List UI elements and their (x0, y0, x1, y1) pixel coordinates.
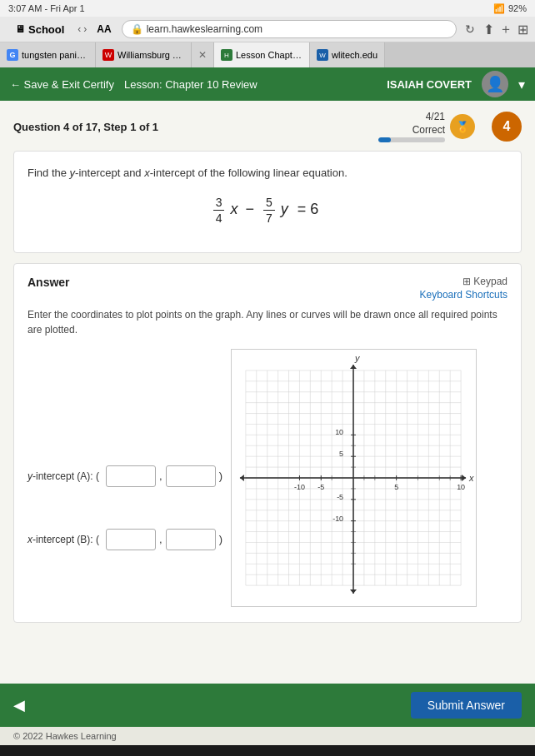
svg-text:-5: -5 (337, 493, 343, 501)
fraction-1: 3 4 (213, 195, 225, 226)
tab-wlitech[interactable]: W wlitech.edu (310, 42, 385, 67)
keyboard-shortcuts-link[interactable]: Keyboard Shortcuts (420, 289, 508, 301)
keypad-button[interactable]: ⊞ Keypad (462, 276, 508, 287)
progress-area: 4/21 Correct (378, 111, 445, 142)
progress-fraction: 4/21 (426, 111, 445, 122)
question-header: Question 4 of 17, Step 1 of 1 4/21 Corre… (13, 111, 522, 142)
tab-tungsten-label: tungsten panic roo... (22, 50, 88, 60)
submit-answer-button[interactable]: Submit Answer (411, 692, 522, 719)
svg-text:-10: -10 (294, 483, 305, 491)
aa-label[interactable]: AA (92, 22, 116, 37)
status-right: 📶 92% (493, 3, 527, 14)
svg-text:y: y (354, 353, 360, 363)
progress-bar-fill (378, 137, 391, 142)
user-name: ISAIAH COVERT (387, 78, 472, 91)
denominator-2: 7 (263, 211, 275, 226)
denominator-1: 4 (213, 211, 225, 226)
status-time: 3:07 AM - Fri Apr 1 (8, 3, 85, 13)
answer-header: Answer ⊞ Keypad Keyboard Shortcuts (28, 276, 508, 301)
nav-arrows: ‹ › (78, 23, 87, 35)
add-tab-icon[interactable]: ＋ (499, 21, 512, 38)
x-intercept-row: x-intercept (B): ( , ) (28, 529, 222, 550)
tab-williamsburg-label: Williamsburg Techn... (118, 50, 184, 60)
graph-inputs-layout: y-intercept (A): ( , ) x-intercept (B): … (28, 349, 508, 610)
step-number: 🏅 (456, 121, 469, 133)
keypad-area: ⊞ Keypad Keyboard Shortcuts (420, 276, 508, 301)
url-bar[interactable]: 🔒 learn.hawkeslearning.com (122, 20, 457, 38)
url-text: learn.hawkeslearning.com (147, 23, 262, 35)
lesson-header: ← Save & Exit Certify Lesson: Chapter 10… (0, 67, 535, 101)
x-intercept-y-input[interactable] (166, 529, 216, 550)
reload-button[interactable]: ↻ (462, 22, 478, 36)
step-badge: 🏅 (450, 114, 475, 139)
browser-chrome: 🖥 School ‹ › AA 🔒 learn.hawkeslearning.c… (0, 17, 535, 42)
question-body: Find the y-intercept and x-intercept of … (13, 151, 522, 253)
svg-text:10: 10 (335, 428, 343, 436)
graph-container: x y -10 -5 5 10 10 5 -5 -10 (231, 349, 508, 610)
equation-display: 3 4 x − 5 7 y = 6 (28, 195, 508, 226)
tabs-icon[interactable]: ⊞ (518, 22, 528, 37)
school-tab[interactable]: 🖥 School (7, 20, 72, 38)
share-icon[interactable]: ⬆ (483, 22, 494, 37)
back-arrow[interactable]: ‹ (78, 23, 81, 35)
y-intercept-row: y-intercept (A): ( , ) (28, 465, 222, 487)
tabs-row: G tungsten panic roo... W Williamsburg T… (0, 42, 535, 67)
tab-williamsburg[interactable]: W Williamsburg Techn... (96, 42, 192, 67)
numerator-1: 3 (213, 195, 225, 211)
x-intercept-x-input[interactable] (106, 529, 156, 550)
y-intercept-x-input[interactable] (106, 465, 156, 487)
answer-section: Answer ⊞ Keypad Keyboard Shortcuts Enter… (13, 263, 522, 623)
wifi-icon: 📶 (493, 3, 505, 14)
svg-text:5: 5 (394, 483, 398, 491)
page-footer: ◀ Submit Answer (0, 684, 535, 727)
progress-label: Correct (412, 124, 445, 136)
y-intercept-label: y-intercept (A): ( (28, 470, 99, 482)
svg-text:-5: -5 (318, 483, 324, 491)
status-bar: 3:07 AM - Fri Apr 1 📶 92% (0, 0, 535, 17)
user-dropdown-icon[interactable]: ▾ (518, 77, 525, 92)
equation-rhs: = 6 (298, 201, 319, 217)
inputs-column: y-intercept (A): ( , ) x-intercept (B): … (28, 349, 222, 550)
school-label-text: School (28, 23, 64, 36)
back-arrow-button[interactable]: ◀ (13, 696, 25, 714)
tab-wlitech-label: wlitech.edu (332, 50, 378, 60)
main-content: Question 4 of 17, Step 1 of 1 4/21 Corre… (0, 101, 535, 684)
question-label: Question 4 of 17, Step 1 of 1 (13, 121, 158, 133)
status-left: 3:07 AM - Fri Apr 1 (8, 3, 85, 13)
answer-instruction: Enter the coordinates to plot points on … (28, 307, 508, 337)
coordinate-graph: x y -10 -5 5 10 10 5 -5 -10 (231, 349, 477, 607)
tab-lesson[interactable]: H Lesson Chapter 10... (214, 42, 310, 67)
question-text: Find the y-intercept and x-intercept of … (28, 165, 508, 182)
battery-label: 92% (508, 3, 527, 13)
tab-close[interactable]: ✕ (192, 42, 214, 67)
copyright-bar: © 2022 Hawkes Learning (0, 727, 535, 745)
svg-text:-10: -10 (332, 515, 343, 523)
forward-arrow[interactable]: › (83, 23, 87, 35)
score-circle: 4 (492, 112, 522, 142)
school-favicon: 🖥 (15, 23, 25, 35)
lesson-title: Lesson: Chapter 10 Review (124, 78, 377, 91)
svg-text:5: 5 (339, 450, 343, 458)
x-intercept-label: x-intercept (B): ( (28, 534, 99, 545)
progress-bar (378, 137, 445, 142)
y-intercept-y-input[interactable] (166, 465, 216, 487)
avatar: 👤 (482, 71, 508, 97)
lock-icon: 🔒 (131, 23, 143, 35)
fraction-2: 5 7 (263, 195, 275, 226)
q-header-right: 4/21 Correct 🏅 4 (378, 111, 522, 142)
answer-label: Answer (28, 276, 70, 289)
tab-lesson-label: Lesson Chapter 10... (236, 50, 302, 60)
numerator-2: 5 (263, 195, 275, 211)
copyright-text: © 2022 Hawkes Learning (13, 731, 117, 741)
svg-text:10: 10 (457, 483, 465, 491)
toolbar-icons: ⬆ ＋ ⊞ (483, 21, 528, 38)
svg-text:x: x (468, 473, 474, 483)
save-exit-button[interactable]: ← Save & Exit Certify (10, 78, 114, 91)
tab-tungsten[interactable]: G tungsten panic roo... (0, 42, 96, 67)
